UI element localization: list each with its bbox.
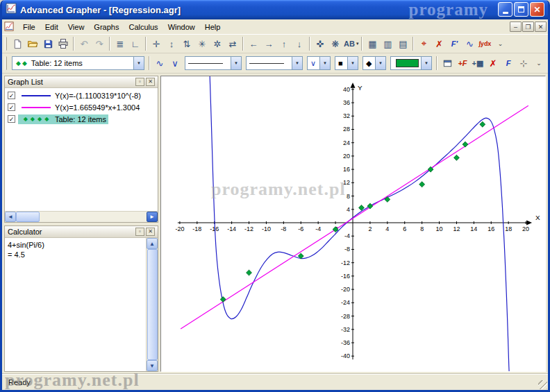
more-graph-tools-button[interactable]: ⌄ xyxy=(531,56,547,71)
intersections-button[interactable]: ✗ xyxy=(431,36,447,51)
resize-grip[interactable] xyxy=(538,380,547,389)
graph-list-hscrollbar[interactable]: ◄ ► xyxy=(5,211,158,222)
window-title: Advanced Grapher - [Regression.agr] xyxy=(20,5,181,15)
graph-list-item[interactable]: ✓◆◆◆◆Table: 12 items xyxy=(5,113,158,125)
line-width-select[interactable]: ▼ xyxy=(246,56,303,70)
toolbar-grip[interactable] xyxy=(5,37,7,51)
stretch-x-button[interactable]: ⇄ xyxy=(225,36,240,51)
integration-button[interactable]: ∫ydx xyxy=(477,36,492,51)
add-table-button[interactable]: +▦ xyxy=(470,56,485,71)
graph-list-item[interactable]: ✓Y(x)=1.665949*x+1.3004 xyxy=(5,101,158,113)
graph-selector[interactable]: ◆◆ Table: 12 items ▼ xyxy=(12,56,144,70)
point-size-select[interactable]: ■▼ xyxy=(335,56,358,70)
curve-smooth-button[interactable]: ∿ xyxy=(152,56,167,71)
scroll-up-button[interactable]: ↑ xyxy=(276,36,292,51)
default-scale-button[interactable]: ✜ xyxy=(312,36,328,51)
close-panel-icon[interactable]: ✕ xyxy=(146,228,155,236)
save-file-button[interactable] xyxy=(40,36,56,51)
menu-view[interactable]: View xyxy=(63,21,90,33)
delete-graph-button[interactable]: ✗ xyxy=(485,56,501,71)
new-document-button[interactable] xyxy=(10,36,25,51)
close-button[interactable]: ✕ xyxy=(530,2,544,17)
menu-file[interactable]: File xyxy=(18,21,40,33)
dropdown-arrow-icon[interactable]: ▼ xyxy=(421,57,431,69)
more-tools-button[interactable]: ⌄ xyxy=(492,36,508,51)
mdi-close-button[interactable]: ✕ xyxy=(535,22,547,32)
visibility-checkbox[interactable]: ✓ xyxy=(8,103,15,111)
move-graph-button[interactable]: ✛ xyxy=(149,36,164,51)
scroll-down-button[interactable]: ↓ xyxy=(292,36,307,51)
quick-trace-button[interactable]: ⊹ xyxy=(516,56,531,71)
scrollbar-left-icon[interactable]: ◄ xyxy=(5,212,16,222)
menu-edit[interactable]: Edit xyxy=(40,21,63,33)
titlebar[interactable]: Advanced Grapher - [Regression.agr] prog… xyxy=(2,0,548,19)
text-labels-icon: AB xyxy=(344,40,355,48)
visibility-checkbox[interactable]: ✓ xyxy=(8,92,15,99)
scrollbar-thumb[interactable] xyxy=(147,249,158,360)
graph-color-select[interactable]: ▼ xyxy=(390,56,432,70)
dropdown-arrow-icon[interactable]: ▼ xyxy=(133,57,144,69)
calculator-header[interactable]: Calculator ▫ ✕ xyxy=(5,226,158,238)
menu-help[interactable]: Help xyxy=(200,21,226,33)
calculator-input[interactable]: 4+sin(Pi/6) = 4.5 xyxy=(5,238,146,371)
menu-graphs[interactable]: Graphs xyxy=(89,21,124,33)
calculator-vscrollbar[interactable]: ▲ ▼ xyxy=(146,238,158,371)
edit-graph-button[interactable]: F xyxy=(501,56,516,71)
close-panel-icon[interactable]: ✕ xyxy=(146,78,155,86)
line-style-select[interactable]: ▼ xyxy=(185,56,242,70)
derivative-button[interactable]: F′ xyxy=(447,36,462,51)
scrollbar-up-icon[interactable]: ▲ xyxy=(147,238,158,249)
print-button[interactable] xyxy=(56,36,71,51)
graph-list-header[interactable]: Graph List ▫ ✕ xyxy=(5,76,158,88)
scroll-right-button[interactable]: → xyxy=(261,36,276,51)
stretch-y-button[interactable]: ↕ xyxy=(164,36,179,51)
dropdown-arrow-icon[interactable]: ▼ xyxy=(347,57,358,69)
plot-area[interactable]: XY-20-18-16-14-12-10-8-6-4-2246810121416… xyxy=(160,76,546,372)
scrollbar-track[interactable] xyxy=(40,212,147,222)
dropdown-arrow-icon[interactable]: ▼ xyxy=(375,57,385,69)
regression-button[interactable]: ∿ xyxy=(462,36,477,51)
graph-properties-button[interactable] xyxy=(440,56,455,71)
table-of-values-button[interactable]: ▦ xyxy=(365,36,380,51)
scroll-left-button[interactable]: ← xyxy=(246,36,261,51)
shrink-y-button[interactable]: ⇅ xyxy=(179,36,194,51)
curve-segments-icon: ∨ xyxy=(172,58,178,69)
table-points-button[interactable]: ▤ xyxy=(395,36,410,51)
calculator-expression: 4+sin(Pi/6) xyxy=(8,240,143,250)
scrollbar-down-icon[interactable]: ▼ xyxy=(147,360,158,371)
axes-properties-button[interactable]: ∟ xyxy=(128,36,143,51)
menu-calculus[interactable]: Calculus xyxy=(124,21,162,33)
mdi-minimize-button[interactable]: – xyxy=(510,22,522,32)
data-point xyxy=(220,297,226,302)
float-panel-icon[interactable]: ▫ xyxy=(135,228,144,236)
add-function-button[interactable]: +F xyxy=(455,56,470,71)
more-tools-icon: ⌄ xyxy=(498,40,503,47)
y-axis-arrow xyxy=(351,83,356,88)
dropdown-arrow-icon[interactable]: ▼ xyxy=(292,57,302,69)
float-panel-icon[interactable]: ▫ xyxy=(135,78,144,86)
zoom-out-button[interactable]: ✲ xyxy=(210,36,225,51)
mdi-restore-button[interactable]: ❐ xyxy=(522,22,534,32)
menu-window[interactable]: Window xyxy=(163,21,200,33)
table-y-values-button[interactable]: ▥ xyxy=(380,36,395,51)
dropdown-arrow-icon[interactable]: ▼ xyxy=(231,57,241,69)
text-labels-button[interactable]: AB▾ xyxy=(343,36,359,51)
join-style-select[interactable]: ∨▼ xyxy=(307,56,331,70)
scrollbar-thumb[interactable] xyxy=(16,212,40,222)
graph-list-item[interactable]: ✓Y(x)=-(1.1100319*10^(-8) xyxy=(5,90,158,101)
maximize-button[interactable] xyxy=(514,2,528,17)
minimize-button[interactable] xyxy=(498,2,512,17)
table-marker-icon: ◆◆ xyxy=(16,60,28,67)
dropdown-arrow-icon[interactable]: ▼ xyxy=(319,57,330,69)
curve-segments-button[interactable]: ∨ xyxy=(167,56,183,71)
fit-to-window-button[interactable]: ❋ xyxy=(328,36,343,51)
visibility-checkbox[interactable]: ✓ xyxy=(8,115,15,123)
graph-list-toggle-button[interactable]: ≣ xyxy=(112,36,128,51)
marker-shape-select[interactable]: ◆▼ xyxy=(362,56,386,70)
toolbar-grip[interactable] xyxy=(5,56,7,70)
scrollbar-right-icon[interactable]: ► xyxy=(147,212,158,222)
open-file-button[interactable] xyxy=(25,36,40,51)
trace-button[interactable]: ⌖ xyxy=(416,36,431,51)
undo-button: ↶ xyxy=(76,36,92,51)
zoom-in-button[interactable]: ✳ xyxy=(194,36,210,51)
